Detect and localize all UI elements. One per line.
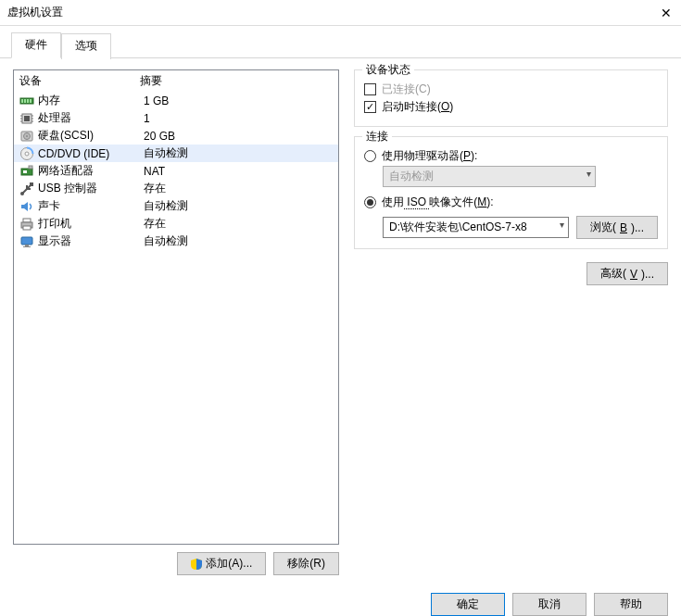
- connect-poweron-label: 启动时连接(O): [382, 99, 453, 115]
- hw-summary: 自动检测: [144, 145, 188, 161]
- hw-row-display[interactable]: 显示器自动检测: [14, 233, 338, 250]
- hw-row-cd[interactable]: CD/DVD (IDE)自动检测: [14, 145, 338, 162]
- hw-row-usb[interactable]: USB 控制器存在: [14, 180, 338, 197]
- connection-group: 连接 使用物理驱动器(P): 自动检测 使用 ISO 映像文件(M): D:\软…: [354, 136, 668, 249]
- hw-row-cpu[interactable]: 处理器1: [14, 109, 338, 127]
- use-iso-radio[interactable]: [364, 196, 376, 208]
- hw-summary: NAT: [144, 165, 165, 178]
- tab-hardware[interactable]: 硬件: [11, 32, 61, 58]
- shield-icon: [191, 559, 202, 570]
- svg-point-15: [26, 135, 28, 137]
- add-button[interactable]: 添加(A)...: [177, 552, 266, 575]
- svg-rect-26: [21, 237, 32, 245]
- svg-rect-22: [30, 182, 33, 186]
- use-iso-label: 使用 ISO 映像文件(M):: [382, 195, 494, 210]
- help-button[interactable]: 帮助: [594, 593, 668, 616]
- browse-button[interactable]: 浏览(B)...: [576, 216, 658, 239]
- hw-row-sound[interactable]: 声卡自动检测: [14, 197, 338, 215]
- svg-rect-1: [21, 99, 23, 103]
- use-physical-radio[interactable]: [364, 150, 376, 162]
- iso-path-combo[interactable]: D:\软件安装包\CentOS-7-x8: [383, 217, 569, 238]
- close-icon[interactable]: ✕: [659, 6, 674, 20]
- hw-row-hdd[interactable]: 硬盘(SCSI)20 GB: [14, 127, 338, 145]
- svg-rect-19: [23, 170, 27, 173]
- svg-rect-20: [29, 166, 32, 169]
- display-icon: [19, 234, 34, 249]
- footer-buttons: 确定 取消 帮助: [0, 586, 681, 616]
- svg-rect-28: [23, 246, 31, 247]
- printer-icon: [19, 217, 34, 232]
- device-status-group: 设备状态 已连接(C) 启动时连接(O): [354, 69, 668, 127]
- hw-name: CD/DVD (IDE): [38, 147, 140, 160]
- device-list: 设备 摘要 内存1 GB处理器1硬盘(SCSI)20 GBCD/DVD (IDE…: [13, 69, 339, 545]
- svg-rect-23: [23, 219, 31, 222]
- window-title: 虚拟机设置: [7, 5, 63, 20]
- svg-rect-27: [25, 245, 29, 246]
- remove-button[interactable]: 移除(R): [273, 552, 339, 575]
- use-physical-label: 使用物理驱动器(P):: [382, 148, 477, 164]
- col-summary[interactable]: 摘要: [140, 73, 162, 89]
- svg-rect-25: [23, 226, 31, 230]
- ok-button[interactable]: 确定: [431, 593, 505, 616]
- device-list-headers: 设备 摘要: [14, 70, 338, 92]
- hw-summary: 自动检测: [144, 233, 188, 249]
- physical-drive-select: 自动检测: [383, 166, 596, 187]
- device-status-legend: 设备状态: [362, 62, 414, 78]
- hw-row-nic[interactable]: 网络适配器NAT: [14, 162, 338, 180]
- hw-summary: 存在: [144, 181, 166, 196]
- svg-rect-6: [24, 116, 30, 121]
- cancel-button[interactable]: 取消: [512, 593, 586, 616]
- hw-name: 处理器: [38, 110, 140, 126]
- hw-summary: 20 GB: [144, 130, 175, 143]
- cpu-icon: [19, 111, 34, 126]
- memory-icon: [19, 94, 34, 108]
- iso-path-value: D:\软件安装包\CentOS-7-x8: [389, 220, 527, 233]
- titlebar: 虚拟机设置 ✕: [0, 0, 681, 26]
- hw-summary: 存在: [144, 216, 166, 232]
- hw-summary: 自动检测: [144, 198, 188, 214]
- hw-name: 内存: [38, 93, 140, 108]
- hw-name: 硬盘(SCSI): [38, 128, 140, 144]
- tab-row: 硬件 选项: [0, 31, 681, 58]
- hw-name: 网络适配器: [38, 163, 140, 179]
- cd-icon: [19, 146, 34, 161]
- hw-summary: 1 GB: [144, 94, 169, 107]
- advanced-button[interactable]: 高级(V)...: [586, 262, 668, 285]
- hw-name: USB 控制器: [38, 181, 140, 196]
- col-device[interactable]: 设备: [19, 73, 140, 89]
- sound-icon: [19, 199, 34, 214]
- svg-point-17: [25, 152, 29, 156]
- connected-checkbox: [364, 83, 376, 95]
- tab-options[interactable]: 选项: [61, 33, 111, 59]
- hdd-icon: [19, 129, 34, 144]
- svg-rect-4: [30, 99, 32, 103]
- hw-name: 声卡: [38, 198, 140, 214]
- connect-poweron-checkbox[interactable]: [364, 101, 376, 113]
- hw-row-printer[interactable]: 打印机存在: [14, 215, 338, 233]
- add-button-label: 添加(A)...: [206, 556, 252, 572]
- hw-row-memory[interactable]: 内存1 GB: [14, 92, 338, 109]
- hw-summary: 1: [144, 112, 150, 125]
- svg-rect-2: [24, 99, 26, 103]
- connected-label: 已连接(C): [382, 82, 431, 97]
- hw-name: 显示器: [38, 233, 140, 249]
- svg-rect-3: [27, 99, 29, 103]
- physical-drive-value: 自动检测: [389, 170, 434, 182]
- hw-name: 打印机: [38, 216, 140, 232]
- connection-legend: 连接: [362, 129, 392, 145]
- nic-icon: [19, 164, 34, 179]
- usb-icon: [19, 182, 34, 196]
